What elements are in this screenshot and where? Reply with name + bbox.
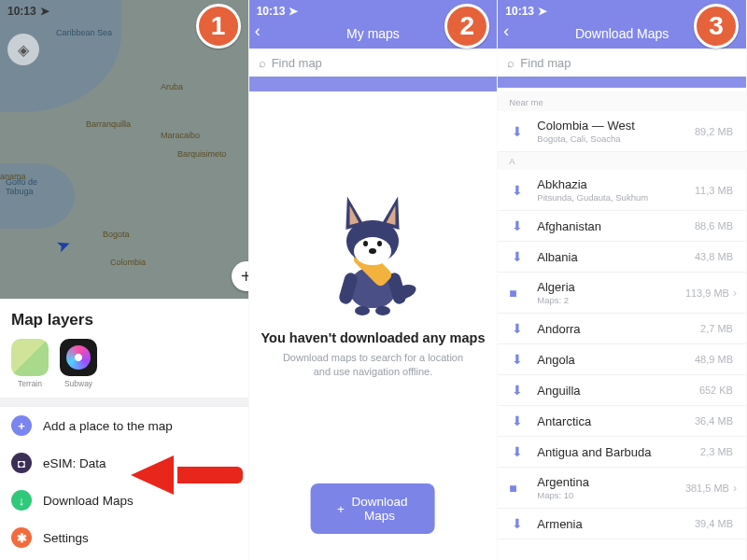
search-icon: ⌕ [259, 56, 266, 70]
sheet-title: Map layers [0, 300, 248, 339]
annotation-arrow [131, 460, 243, 497]
search-input[interactable]: ⌕Find map [249, 49, 498, 77]
location-arrow-icon: ➤ [538, 5, 547, 18]
screen-map-layers: Caribbean Sea Golfo de Tabuga Aruba Barr… [0, 0, 249, 560]
gear-icon: ✱ [11, 527, 32, 548]
status-time: 10:13 [257, 5, 286, 18]
tile-label: Subway [60, 379, 97, 388]
download-maps-button[interactable]: +Download Maps [311, 483, 435, 534]
chevron-right-icon: › [733, 482, 737, 495]
download-icon: ⬇ [509, 124, 526, 139]
download-icon: ⬇ [509, 516, 526, 531]
step-badge: 1 [196, 4, 241, 49]
map-size: 88,6 MB [695, 220, 733, 231]
map-sub: Maps: 2 [537, 295, 685, 305]
maps-list[interactable]: Near me ⬇ Colombia — WestBogota, Cali, S… [498, 91, 746, 560]
map-row[interactable]: ⬇Andorra2,7 MB [498, 314, 746, 344]
download-icon: ⬇ [509, 352, 526, 367]
search-input[interactable]: ⌕Find map [498, 49, 746, 77]
chevron-right-icon: › [733, 287, 737, 300]
download-icon: ⬇ [509, 218, 526, 233]
map-name: Afghanistan [537, 219, 695, 233]
menu-label: Settings [43, 531, 89, 545]
map-row[interactable]: ⬇Albania43,8 MB [498, 242, 746, 273]
map-row[interactable]: ⬇Antigua and Barbuda2,3 MB [498, 437, 746, 468]
screen-my-maps: 10:13➤ ‹ My maps ⌕Find map 2 You haven't… [249, 0, 499, 560]
subway-icon [60, 339, 97, 376]
map-sub: Pitsunda, Gudauta, Sukhum [537, 192, 695, 203]
menu-settings[interactable]: ✱Settings [0, 519, 248, 556]
map-name: Algeria [537, 280, 685, 294]
folder-icon: ■ [509, 286, 526, 301]
map-name: Angola [537, 353, 695, 367]
menu-share-location[interactable]: ➜Share My Location [0, 556, 248, 560]
map-row[interactable]: ⬇Afghanistan88,6 MB [498, 211, 746, 242]
map-name: Abkhazia [537, 177, 695, 191]
location-arrow-icon: ➤ [289, 5, 298, 18]
map-size: 652 KB [699, 385, 733, 396]
map-name: Andorra [537, 322, 700, 336]
search-placeholder: Find map [520, 56, 571, 70]
back-button[interactable]: ‹ [503, 21, 509, 41]
download-icon: ⬇ [509, 444, 526, 459]
map-size: 2,3 MB [700, 446, 733, 457]
header-title: Download Maps [575, 26, 669, 41]
map-size: 11,3 MB [695, 185, 733, 196]
map-size: 381,5 MB [685, 483, 729, 494]
map-row[interactable]: ⬇Anguilla652 KB [498, 375, 746, 406]
map-row[interactable]: ⬇Angola48,9 MB [498, 344, 746, 375]
menu-add-place[interactable]: +Add a place to the map [0, 407, 248, 444]
empty-subtext: Download maps to search for a location a… [275, 351, 471, 379]
map-name: Armenia [537, 517, 695, 531]
menu-label: Download Maps [43, 494, 134, 508]
step-badge: 2 [444, 4, 489, 49]
layer-tile-subway[interactable]: Subway [60, 339, 97, 388]
alpha-header: A [498, 152, 746, 170]
location-arrow-icon: ➤ [40, 5, 49, 18]
map-row-near[interactable]: ⬇ Colombia — WestBogota, Cali, Soacha 89… [498, 111, 746, 152]
header-title: My maps [346, 26, 400, 41]
map-name: Antarctica [537, 414, 695, 428]
map-sub: Maps: 10 [537, 490, 685, 500]
status-time: 10:13 [7, 5, 36, 18]
map-sub: Bogota, Cali, Soacha [537, 133, 695, 144]
map-row[interactable]: ⬇Armenia39,4 MB [498, 509, 746, 539]
map-size: 89,2 MB [695, 126, 733, 137]
map-name: Albania [537, 250, 695, 264]
map-size: 48,9 MB [695, 354, 733, 365]
map-name: Antigua and Barbuda [537, 445, 700, 459]
map-size: 39,4 MB [695, 518, 733, 529]
search-placeholder: Find map [272, 56, 322, 70]
map-size: 2,7 MB [700, 323, 733, 334]
map-size: 36,4 MB [695, 415, 733, 427]
map-row[interactable]: ⬇Antarctica36,4 MB [498, 406, 746, 437]
download-icon: ⬇ [509, 249, 526, 264]
map-size: 113,9 MB [685, 287, 729, 299]
screen-download-maps: 10:13➤ ‹ Download Maps ⌕Find map 3 Near … [498, 0, 747, 560]
map-row[interactable]: ■ArgentinaMaps: 10381,5 MB› [498, 468, 746, 509]
plus-icon: + [11, 415, 32, 436]
menu-label: Add a place to the map [43, 419, 173, 433]
button-label: Download Maps [350, 495, 409, 523]
map-row[interactable]: ⬇AbkhaziaPitsunda, Gudauta, Sukhum11,3 M… [498, 170, 746, 211]
status-time: 10:13 [505, 5, 534, 18]
layers-icon: ◈ [18, 41, 29, 59]
download-icon: ↓ [11, 490, 32, 511]
download-icon: ⬇ [509, 413, 526, 428]
mascot-illustration [321, 196, 424, 317]
plus-icon: + [241, 266, 249, 287]
layer-tile-terrain[interactable]: Terrain [11, 339, 49, 388]
back-button[interactable]: ‹ [255, 21, 261, 41]
folder-icon: ■ [509, 481, 526, 496]
map-row[interactable]: ■AlgeriaMaps: 2113,9 MB› [498, 273, 746, 314]
layers-toggle-button[interactable]: ◈ [7, 34, 39, 65]
sim-icon: ◘ [11, 453, 32, 473]
map-size: 43,8 MB [695, 251, 733, 262]
download-icon: ⬇ [509, 321, 526, 336]
terrain-icon [11, 339, 49, 376]
plus-icon: + [337, 502, 345, 516]
download-icon: ⬇ [509, 183, 526, 198]
bottom-sheet: Map layers Terrain Subway +Add a place t… [0, 299, 248, 560]
section-near-me: Near me [498, 91, 746, 111]
map-name: Anguilla [537, 384, 699, 398]
